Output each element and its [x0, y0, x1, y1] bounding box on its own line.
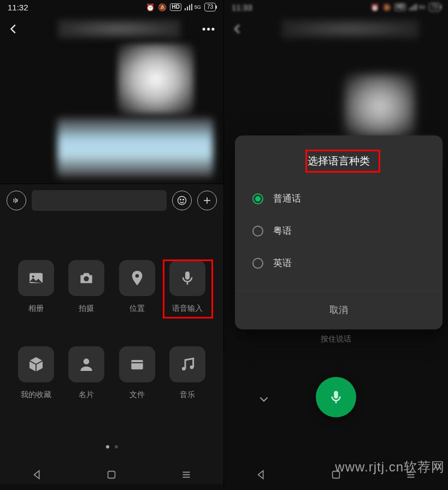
language-dialog: 选择语言种类 普通话 粤语 英语 取消	[235, 135, 443, 329]
more-icon[interactable]: •••	[202, 23, 216, 35]
dnd-icon: 🔕	[382, 3, 391, 11]
language-option-english[interactable]: 英语	[248, 247, 429, 279]
network-5g: 5G	[419, 5, 426, 10]
svg-point-10	[84, 358, 90, 364]
chat-title-bar: •••	[0, 14, 223, 44]
status-icons: ⏰ 🔕 HD 5G 73	[146, 3, 216, 11]
battery-indicator: 73	[204, 3, 216, 11]
attach-music[interactable]: 音乐	[162, 346, 213, 400]
svg-point-1	[180, 199, 181, 200]
mic-icon	[328, 389, 344, 405]
svg-rect-9	[185, 271, 190, 280]
chat-input-bar	[0, 184, 223, 216]
attach-contact[interactable]: 名片	[61, 346, 111, 400]
svg-point-0	[178, 196, 186, 204]
radio-icon	[252, 193, 263, 204]
chat-image-blurred	[117, 44, 194, 115]
highlight-dialog-title	[305, 150, 380, 173]
attachment-grid: 相册 拍摄 位置 语音输入 我的收藏 名片	[0, 260, 223, 400]
back-icon[interactable]	[8, 23, 20, 35]
folder-icon	[128, 356, 146, 373]
attach-label: 我的收藏	[21, 390, 51, 400]
voice-record-button[interactable]	[316, 377, 356, 417]
svg-rect-15	[108, 471, 115, 479]
language-label: 粤语	[273, 225, 292, 237]
svg-point-6	[32, 275, 34, 278]
attach-label: 拍摄	[79, 304, 94, 314]
radio-icon	[252, 226, 263, 237]
language-option-mandarin[interactable]: 普通话	[248, 182, 429, 215]
attach-camera[interactable]: 拍摄	[61, 260, 111, 314]
mic-icon	[179, 269, 196, 287]
dialog-cancel-button[interactable]: 取消	[235, 290, 443, 329]
svg-rect-19	[334, 391, 338, 399]
svg-point-7	[84, 276, 89, 281]
chat-bubble-blurred	[57, 117, 213, 178]
hold-to-talk-hint: 按住说话	[224, 334, 448, 344]
attach-label: 相册	[28, 304, 44, 314]
message-input[interactable]	[32, 190, 167, 211]
page-indicator	[0, 445, 223, 448]
dnd-icon: 🔕	[158, 3, 167, 11]
radio-icon	[252, 258, 263, 269]
attach-label: 位置	[129, 304, 145, 314]
back-icon[interactable]	[232, 23, 244, 35]
attach-file[interactable]: 文件	[112, 346, 162, 400]
cube-icon	[27, 356, 45, 373]
language-label: 普通话	[273, 192, 301, 205]
attach-label: 名片	[79, 390, 94, 400]
battery-indicator: 73	[429, 3, 440, 11]
emoji-icon[interactable]	[172, 191, 192, 210]
attach-label: 文件	[129, 390, 145, 400]
status-bar: 11:32 ⏰ 🔕 HD 5G 73	[0, 0, 223, 14]
attach-location[interactable]: 位置	[112, 260, 162, 314]
svg-point-2	[183, 199, 184, 200]
attach-label: 语音输入	[172, 304, 203, 314]
system-nav-bar	[0, 464, 223, 486]
hd-icon: HD	[394, 3, 405, 11]
nav-back-icon[interactable]	[31, 469, 43, 481]
screen-chat-attachments: 11:32 ⏰ 🔕 HD 5G 73 •••	[0, 0, 224, 490]
attach-favorites[interactable]: 我的收藏	[11, 346, 61, 400]
network-5g: 5G	[194, 5, 201, 10]
hd-icon: HD	[170, 3, 181, 11]
person-icon	[78, 356, 95, 373]
location-icon	[128, 269, 146, 287]
svg-rect-12	[131, 362, 143, 363]
language-label: 英语	[273, 257, 292, 269]
music-icon	[179, 356, 196, 373]
watermark-text: www.rjtj.cn软荐网	[335, 458, 445, 476]
chat-title-blurred	[58, 20, 180, 38]
voice-toggle-icon[interactable]	[7, 191, 26, 210]
status-time: 11:32	[8, 3, 28, 12]
language-option-cantonese[interactable]: 粤语	[248, 215, 429, 247]
svg-point-13	[182, 367, 186, 371]
alarm-icon: ⏰	[146, 3, 155, 11]
attach-label: 音乐	[180, 390, 195, 400]
svg-rect-11	[131, 360, 143, 369]
screen-language-dialog: 11:33 ⏰ 🔕 HD 5G 73 选择语言种类 普通话	[224, 0, 448, 490]
svg-point-14	[190, 365, 194, 369]
attach-album[interactable]: 相册	[11, 260, 61, 314]
nav-recent-icon[interactable]	[180, 469, 192, 481]
status-time: 11:33	[232, 3, 252, 12]
signal-icon	[409, 4, 418, 10]
album-icon	[27, 269, 45, 287]
nav-home-icon[interactable]	[105, 469, 117, 481]
nav-back-icon[interactable]	[255, 469, 267, 481]
svg-point-8	[135, 274, 139, 278]
alarm-icon: ⏰	[370, 3, 379, 11]
plus-icon[interactable]	[197, 191, 217, 210]
camera-icon	[78, 269, 95, 287]
chevron-down-icon[interactable]	[257, 392, 271, 406]
signal-icon	[185, 4, 193, 10]
attachment-panel: 相册 拍摄 位置 语音输入 我的收藏 名片	[0, 216, 223, 484]
attach-voice-input[interactable]: 语音输入	[162, 260, 213, 314]
chat-messages-area	[0, 44, 223, 184]
